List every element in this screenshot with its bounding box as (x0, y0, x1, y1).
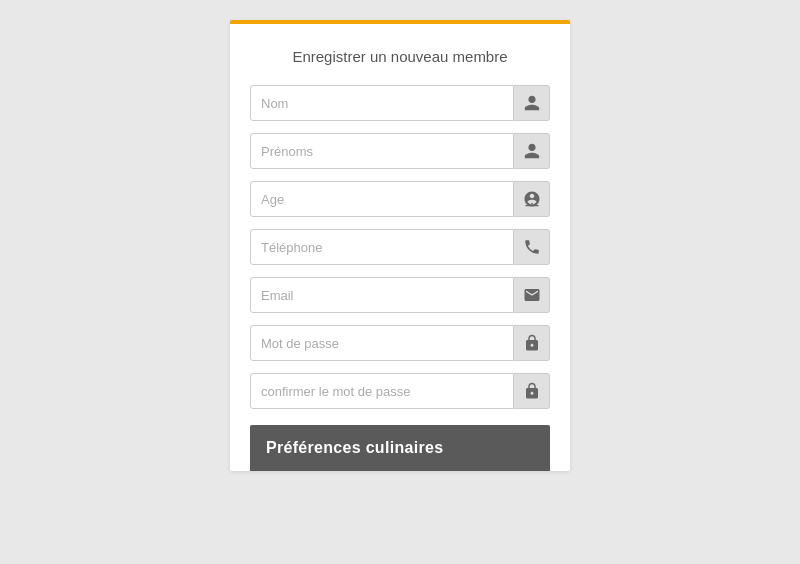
preferences-culinaires-button[interactable]: Préférences culinaires (250, 425, 550, 471)
email-input[interactable] (250, 277, 514, 313)
prenoms-icon-btn (514, 133, 550, 169)
nom-icon-btn (514, 85, 550, 121)
registration-form: Enregistrer un nouveau membre (230, 20, 570, 471)
email-icon-btn (514, 277, 550, 313)
field-row-age (250, 181, 550, 217)
confirm-password-input[interactable] (250, 373, 514, 409)
field-row-telephone (250, 229, 550, 265)
password-input[interactable] (250, 325, 514, 361)
field-row-nom (250, 85, 550, 121)
prenoms-input[interactable] (250, 133, 514, 169)
age-icon-btn (514, 181, 550, 217)
telephone-icon-btn (514, 229, 550, 265)
confirm-password-icon-btn (514, 373, 550, 409)
field-row-confirm-password (250, 373, 550, 409)
age-input[interactable] (250, 181, 514, 217)
svg-rect-1 (527, 203, 528, 205)
telephone-input[interactable] (250, 229, 514, 265)
svg-rect-2 (531, 203, 532, 205)
form-title: Enregistrer un nouveau membre (250, 48, 550, 65)
svg-rect-0 (525, 205, 539, 206)
password-icon-btn (514, 325, 550, 361)
field-row-prenoms (250, 133, 550, 169)
svg-rect-3 (535, 203, 536, 205)
field-row-password (250, 325, 550, 361)
nom-input[interactable] (250, 85, 514, 121)
field-row-email (250, 277, 550, 313)
